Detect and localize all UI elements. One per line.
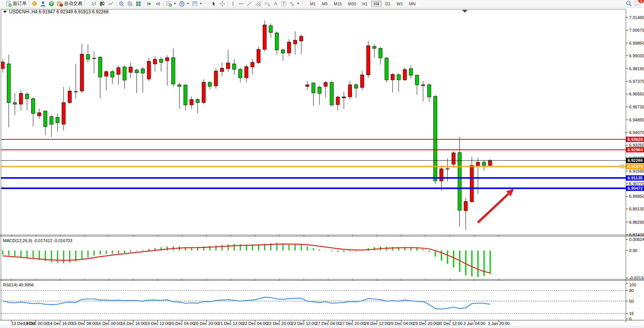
hline-handle[interactable] [621, 165, 623, 168]
macd-bar [124, 250, 125, 253]
macd-bar [301, 245, 302, 250]
notifications-button[interactable]: 1 [634, 0, 641, 8]
time-tick-label: 22 Dec 04:00 [243, 321, 267, 326]
autotrading-label: 自动交易 [64, 0, 82, 7]
macd-bar [63, 250, 64, 263]
macd-bar [87, 250, 88, 257]
trendline-button[interactable] [245, 0, 254, 7]
toolbar-grip [207, 1, 209, 6]
equidistant-channel-button[interactable]: E [254, 0, 263, 7]
time-tick-label: 14 Dec 16:00 [48, 321, 72, 326]
tab-timeframe-D1[interactable]: D1 [382, 1, 393, 7]
price-tick-label: 6.96550 [629, 92, 644, 96]
tab-timeframe-MN[interactable]: MN [406, 1, 418, 7]
macd-bar [148, 249, 149, 250]
rsi-scale-label: 15 [629, 311, 634, 316]
text-label-button[interactable]: T [279, 0, 288, 7]
bar-chart-button[interactable] [90, 0, 98, 7]
periods-button[interactable]: ▼ [178, 0, 191, 7]
autotrading-icon [57, 1, 63, 7]
macd-bar [209, 246, 210, 250]
chart-area[interactable]: 7.014907.006706.998506.990306.981906.973… [0, 0, 644, 328]
vertical-line-icon [230, 1, 236, 7]
tab-timeframe-M30[interactable]: M30 [345, 1, 359, 7]
macd-bar [295, 244, 296, 250]
price-tick-label: 7.01490 [629, 15, 644, 20]
text-button[interactable]: A [272, 0, 279, 7]
time-tick-label: 30 Dec 12:00 [437, 321, 462, 326]
macd-bar [106, 250, 107, 254]
macd-bar [465, 250, 466, 275]
chart-shift-button[interactable] [154, 0, 162, 7]
vertical-line-button[interactable] [229, 0, 237, 7]
price-tick-label: 6.89130 [629, 207, 644, 211]
separator [302, 1, 302, 6]
auto-scroll-button[interactable] [145, 0, 154, 7]
time-tick-label: 22 Dec 20:00 [267, 321, 292, 326]
tab-timeframe-W1[interactable]: W1 [394, 1, 406, 7]
price-tick-label: 7.00670 [629, 28, 644, 32]
templates-button[interactable]: ▼ [191, 0, 204, 7]
new-order-button[interactable]: 新订单 [5, 0, 28, 7]
macd-scale-label: 0.008246 [629, 237, 644, 242]
tab-timeframe-M1[interactable]: M1 [307, 1, 318, 7]
separator [144, 1, 144, 6]
rsi-label: RSI(14) 40.9956 [3, 283, 34, 287]
crosshair-button[interactable] [218, 0, 226, 7]
arrows-button[interactable]: ▼ [288, 0, 301, 7]
macd-bar [490, 250, 491, 274]
tile-windows-icon [135, 1, 141, 7]
macd-bar [81, 250, 82, 259]
time-tick-label: 19 Dec 12:00 [145, 321, 170, 326]
data-window-button[interactable] [39, 0, 47, 7]
price-tick-label: 6.93250 [629, 143, 644, 147]
market-watch-button[interactable] [31, 0, 39, 7]
macd-bar [136, 250, 137, 251]
macd-bar [228, 244, 229, 250]
navigator-button[interactable] [47, 0, 56, 7]
time-tick-label: 3 Jan 04:00 [463, 321, 485, 326]
cursor-icon [211, 1, 217, 7]
chevron-down-icon: ▼ [186, 2, 190, 5]
macd-bar [142, 250, 143, 250]
tab-timeframe-M15[interactable]: M15 [331, 1, 344, 7]
separator [116, 1, 116, 6]
horizontal-line-button[interactable] [237, 0, 245, 7]
zoom-in-button[interactable] [117, 0, 126, 7]
rsi-scale-label: 100 [629, 283, 636, 287]
cursor-button[interactable] [210, 0, 218, 7]
separator [29, 1, 29, 6]
fibonacci-button[interactable]: F [263, 0, 272, 7]
line-chart-button[interactable] [106, 0, 115, 7]
macd-bar [355, 250, 357, 251]
macd-bar [222, 245, 223, 250]
macd-bar [118, 250, 119, 254]
bar-chart-icon [91, 1, 97, 7]
macd-bar [20, 250, 21, 257]
time-axis[interactable]: 13 Dec 202214 Dec 00:0014 Dec 16:0015 De… [11, 320, 510, 326]
tab-timeframe-H4[interactable]: H4 [371, 1, 382, 7]
time-tick-label: 29 Dec 20:00 [413, 321, 438, 326]
macd-bar [307, 246, 308, 250]
zoom-out-button[interactable] [126, 0, 134, 7]
autotrading-button[interactable]: 自动交易 [56, 0, 84, 7]
tab-timeframe-H1[interactable]: H1 [360, 1, 370, 7]
price-tick-label: 6.90770 [629, 181, 644, 186]
macd-bar [483, 250, 485, 276]
new-order-icon [6, 1, 12, 7]
macd-bar [325, 250, 326, 250]
macd-bar [416, 248, 418, 250]
tab-timeframe-M5[interactable]: M5 [319, 1, 330, 7]
search-icon[interactable] [626, 0, 632, 7]
time-tick-label: 16 Dec 00:00 [96, 321, 121, 326]
tile-windows-button[interactable] [134, 0, 143, 7]
indicators-button[interactable]: ▼ [165, 0, 178, 7]
macd-bar [453, 250, 454, 267]
price-tick-label: 6.94070 [629, 130, 644, 135]
time-tick-label: 14 Dec 00:00 [23, 321, 48, 326]
trendline-icon [246, 1, 252, 7]
price-tick-label: 6.91590 [629, 169, 644, 173]
macd-bar [215, 246, 217, 250]
candlestick-chart-button[interactable] [98, 0, 106, 7]
hline-price-badge-label: 6.93628 [628, 137, 643, 142]
